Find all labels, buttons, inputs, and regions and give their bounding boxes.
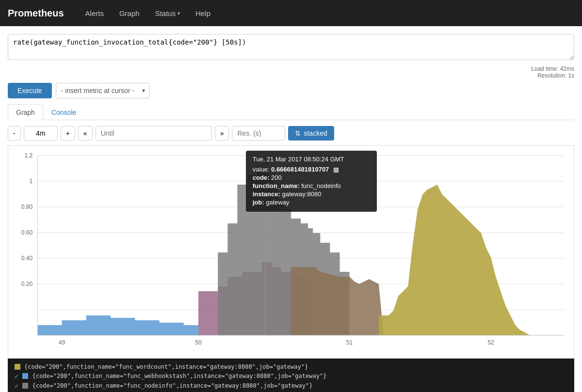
nav-brand: Prometheus [8,8,64,19]
load-info: Load time: 42ms Resolution: 1s [8,65,574,79]
svg-text:1: 1 [30,178,33,185]
duration-input[interactable] [24,126,58,141]
chart-wrapper: Tue, 21 Mar 2017 08:50:24 GMT value: 0.6… [8,145,574,359]
legend-color-webhookstash [22,373,28,379]
legend-check-nodeinfo: ✓ [15,382,18,390]
forward-button[interactable]: » [215,126,229,141]
resolution: Resolution: 1s [8,72,574,79]
legend-label-webhookstash: {code="200",function_name="func_webhooks… [32,373,326,379]
svg-text:50: 50 [195,339,202,346]
svg-text:0.60: 0.60 [21,229,33,236]
metric-select-wrapper: - insert metric at cursor - ▾ [56,83,150,98]
load-time: Load time: 42ms [8,65,574,72]
graph-controls: - + « » ⇅ stacked [8,126,574,141]
svg-text:0.80: 0.80 [21,204,33,210]
nav-help[interactable]: Help [190,6,216,20]
query-section [8,34,574,62]
legend: {code="200",function_name="func_wordcoun… [8,359,574,392]
legend-color-wordcount [15,364,20,370]
legend-color-nodeinfo [22,383,28,389]
tab-console[interactable]: Console [43,104,84,120]
legend-check-webhookstash: ✓ [15,372,18,380]
metric-select[interactable]: - insert metric at cursor - [56,83,150,98]
svg-marker-18 [37,315,198,335]
nav-graph[interactable]: Graph [113,6,146,20]
svg-text:52: 52 [487,339,494,346]
tab-graph[interactable]: Graph [8,104,43,120]
stacked-button[interactable]: ⇅ stacked [288,126,334,141]
svg-marker-21 [291,267,384,335]
chart-svg: 1.2 1 0.80 0.60 0.40 0.20 49 50 51 52 [8,146,574,354]
legend-label-wordcount: {code="200",function_name="func_wordcoun… [24,363,308,370]
legend-item-webhookstash[interactable]: ✓ {code="200",function_name="func_webhoo… [15,372,567,380]
duration-plus-button[interactable]: + [61,126,75,141]
svg-text:49: 49 [59,339,65,346]
svg-text:51: 51 [346,339,353,346]
svg-point-24 [263,163,268,168]
execute-button[interactable]: Execute [8,83,52,98]
svg-text:0.20: 0.20 [21,281,33,287]
status-dropdown-icon: ▾ [178,11,180,16]
stacked-icon: ⇅ [295,129,301,137]
svg-marker-22 [379,185,535,335]
svg-text:1.2: 1.2 [24,152,32,159]
execute-row: Execute - insert metric at cursor - ▾ [8,83,574,98]
navbar: Prometheus Alerts Graph Status ▾ Help [0,0,582,26]
query-input[interactable] [8,34,574,60]
duration-minus-button[interactable]: - [8,126,21,141]
nav-alerts[interactable]: Alerts [80,6,110,20]
svg-text:0.40: 0.40 [21,255,33,262]
legend-item-nodeinfo[interactable]: ✓ {code="200",function_name="func_nodein… [15,382,567,390]
stacked-label: stacked [304,129,327,137]
legend-item-wordcount[interactable]: {code="200",function_name="func_wordcoun… [15,363,567,370]
resolution-input[interactable] [232,126,285,141]
nav-status[interactable]: Status ▾ [149,6,186,20]
main-content: Load time: 42ms Resolution: 1s Execute -… [0,26,582,392]
rewind-button[interactable]: « [78,126,93,141]
tabs: Graph Console [8,104,574,120]
nav-links: Alerts Graph Status ▾ Help [80,6,216,20]
until-input[interactable] [96,126,212,141]
legend-label-nodeinfo: {code="200",function_name="func_nodeinfo… [32,382,312,389]
